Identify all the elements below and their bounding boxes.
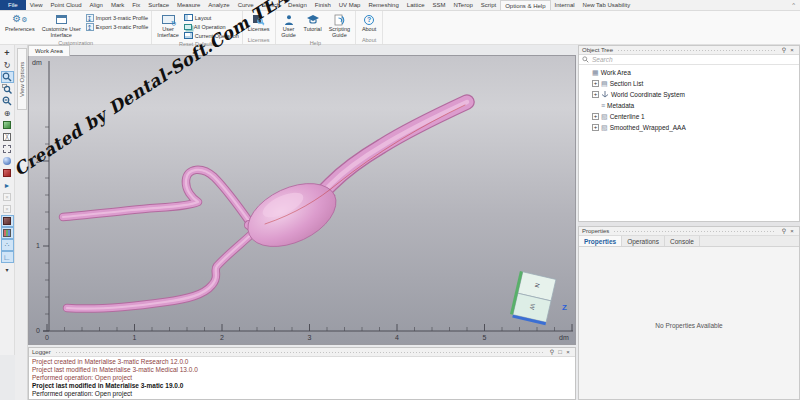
ribbon-tab-fix[interactable]: Fix (128, 0, 144, 10)
disabled-tool-icon[interactable]: × (1, 191, 14, 203)
ribbon-group-label: Help (279, 39, 353, 47)
ribbon-tab-view[interactable]: View (26, 0, 47, 10)
view-options-collapsed-tab[interactable]: View Options (17, 48, 27, 110)
ribbon-tab-ssm[interactable]: SSM (428, 0, 449, 10)
ribbon-button-label: Interface (157, 32, 178, 38)
ribbon-tab-mark[interactable]: Mark (107, 0, 128, 10)
maximize-icon[interactable]: □ (556, 348, 564, 356)
ribbon-tab-options-help[interactable]: Options & Help (500, 0, 550, 10)
properties-panel: Properties ⚲ × PropertiesOperationsConso… (578, 226, 800, 400)
shaded-view-icon[interactable] (1, 119, 14, 131)
ribbon-tab-align[interactable]: Align (86, 0, 107, 10)
ribbon-tab-surface[interactable]: Surface (144, 0, 173, 10)
close-icon[interactable]: × (564, 348, 572, 356)
properties-tab-console[interactable]: Console (665, 236, 700, 246)
backface-view-icon[interactable] (1, 167, 14, 179)
tree-item-smoothed-wrapped-aaa[interactable]: +▧Smoothed_Wrapped_AAA (581, 122, 797, 133)
ribbon-tab-measure[interactable]: Measure (173, 0, 204, 10)
more-tools-arrow[interactable]: ▾ (1, 263, 14, 275)
zoom-icon[interactable] (1, 71, 14, 83)
tree-expander-icon[interactable]: + (592, 91, 599, 98)
wireframe-view-icon[interactable]: ╳ (1, 131, 14, 143)
solid-view-icon[interactable] (1, 215, 14, 227)
mesh-icon: ▧ (601, 124, 608, 132)
tree-item-label: Work Area (601, 69, 631, 76)
import-icon: ↧ (86, 14, 94, 22)
ribbon-button-label: Export 3-matic Profile (96, 24, 149, 30)
panel-drag-texture (613, 230, 776, 233)
smooth-shade-icon[interactable] (1, 155, 14, 167)
close-icon[interactable]: × (788, 46, 796, 54)
object-tree-search[interactable]: Search (579, 55, 799, 65)
pin-icon[interactable]: ⚲ (780, 46, 788, 54)
fit-view-icon[interactable]: ⊕ (1, 107, 14, 119)
pick-entity-icon[interactable]: ► (1, 179, 14, 191)
ribbon-button-scripting-guide[interactable]: ScriptingGuide (327, 12, 352, 39)
rotate-icon[interactable]: ↻ (1, 59, 14, 71)
ribbon-button-all-operation[interactable]: All Operation (184, 23, 239, 31)
ribbon-button-tutorial[interactable]: Tutorial (302, 12, 324, 39)
disabled-tool-2-icon[interactable]: × (1, 203, 14, 215)
tree-item-label: Smoothed_Wrapped_AAA (610, 124, 686, 131)
zoom-out-icon[interactable] (1, 95, 14, 107)
3d-viewport[interactable]: 012345dm210dm (28, 55, 576, 345)
all-operation-icon (184, 24, 192, 31)
no-properties-message: No Properties Available (579, 322, 799, 329)
ribbon-button-user-guide[interactable]: UserGuide (279, 12, 299, 39)
ribbon-button-label: Guide (332, 32, 347, 38)
ribbon-tab-nterop[interactable]: NTerop (450, 0, 477, 10)
zoom-window-icon[interactable] (1, 83, 14, 95)
ribbon-button-layout[interactable]: Layout (184, 14, 239, 22)
ribbon-tab-finish[interactable]: Finish (311, 0, 335, 10)
logger-panel: Logger ⚲ □ × Project created in Material… (28, 347, 576, 400)
ribbon-group-label: About (359, 36, 379, 44)
ribbon-tab-uv-map[interactable]: UV Map (335, 0, 365, 10)
tree-expander-icon[interactable]: + (592, 80, 599, 87)
tree-item-centerline-1[interactable]: +▧Centerline 1 (581, 111, 797, 122)
ribbon-button-preferences[interactable]: ⚙⚙Preferences (3, 12, 37, 39)
monitor-reset-icon: ↻ (162, 13, 175, 26)
ribbon-tab-sketch[interactable]: Sketch (258, 0, 284, 10)
ribbon-button-label: Licenses (248, 26, 270, 32)
transparent-view-icon[interactable] (1, 143, 14, 155)
ribbon-button-licenses[interactable]: Licenses (246, 12, 272, 36)
ribbon-tab-lattice[interactable]: Lattice (403, 0, 429, 10)
tree-expander-icon[interactable]: + (592, 124, 599, 131)
pan-icon[interactable]: + (1, 47, 14, 59)
ribbon-button-about[interactable]: ?About (359, 12, 379, 36)
ribbon-collapse-caret[interactable]: ^ (787, 0, 800, 10)
pin-icon[interactable]: ⚲ (548, 348, 556, 356)
properties-tab-operations[interactable]: Operations (622, 236, 665, 246)
properties-tab-properties[interactable]: Properties (579, 236, 622, 246)
tree-item-world-coordinate-system[interactable]: +World Coordinate System (581, 89, 797, 100)
ribbon-tab-point-cloud[interactable]: Point Cloud (47, 0, 86, 10)
ribbon-tab-file[interactable]: File (0, 0, 26, 10)
scripting-icon (334, 13, 345, 26)
tree-item-section-list[interactable]: +▤Section List (581, 78, 797, 89)
orientation-cube[interactable]: N W (29, 56, 576, 345)
ribbon-button-import-3-matic-profile[interactable]: ↧Import 3-matic Profile (86, 14, 149, 22)
ribbon-button-customize-user-interface[interactable]: Customize UserInterface (40, 12, 83, 39)
tree-expander-icon[interactable]: + (592, 113, 599, 120)
z-axis-label: Z (562, 303, 567, 312)
tree-item-metadata[interactable]: ≡Metadata (581, 100, 797, 111)
ribbon-button-export-3-matic-profile[interactable]: ↥Export 3-matic Profile (86, 23, 149, 31)
ribbon-button-user-interface[interactable]: ↻UserInterface (155, 12, 180, 40)
textured-view-icon[interactable] (1, 227, 14, 239)
corner-axis-icon[interactable]: ∟ (1, 251, 14, 263)
ribbon-tab-remeshing[interactable]: Remeshing (364, 0, 402, 10)
ribbon-tab-new-tab-usability[interactable]: New Tab Usability (579, 0, 635, 10)
ribbon-group-reset-defaults: ↻UserInterfaceLayoutAll OperationCurrent… (152, 11, 242, 44)
ribbon-tab-internal[interactable]: Internal (551, 0, 579, 10)
close-icon[interactable]: × (788, 227, 796, 235)
ribbon-tab-design[interactable]: Design (284, 0, 311, 10)
gears-icon: ⚙⚙ (12, 13, 27, 26)
ribbon-group-label: Licenses (246, 36, 272, 44)
ribbon-button-current-operation[interactable]: Current Operation (184, 32, 239, 40)
point-view-icon[interactable]: ∴ (1, 239, 14, 251)
pin-icon[interactable]: ⚲ (780, 227, 788, 235)
ribbon-tab-analyze[interactable]: Analyze (204, 0, 233, 10)
tree-item-work-area[interactable]: ▦Work Area (581, 67, 797, 78)
ribbon-tab-curve[interactable]: Curve (234, 0, 258, 10)
ribbon-tab-script[interactable]: Script (477, 0, 500, 10)
